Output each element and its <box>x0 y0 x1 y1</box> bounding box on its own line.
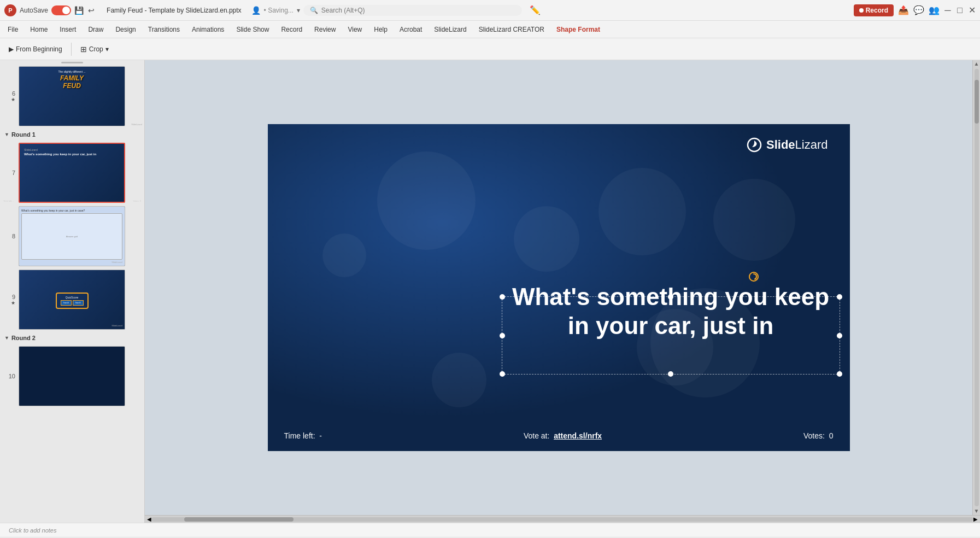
share-icon[interactable]: 📤 <box>898 5 909 15</box>
menu-slidelizard-creator[interactable]: SlideLizard CREATOR <box>473 24 550 36</box>
from-beginning-button[interactable]: ▶ From Beginning <box>4 43 67 55</box>
scroll-up-area[interactable] <box>0 60 144 65</box>
maximize-button[interactable]: □ <box>956 7 964 14</box>
canvas-area: SlideLizard <box>145 60 980 523</box>
time-left: Time left: - <box>284 431 322 440</box>
slide-item-6[interactable]: 6 ★ The slightly different ... FAMILYFEU… <box>0 65 144 128</box>
search-box[interactable]: 🔍 <box>303 5 522 16</box>
section-label-round1: Round 1 <box>11 131 36 138</box>
menu-design[interactable]: Design <box>110 24 141 36</box>
menu-help[interactable]: Help <box>368 24 393 36</box>
hscroll-right-arrow[interactable]: ▶ <box>973 516 978 522</box>
menu-insert[interactable]: Insert <box>54 24 81 36</box>
bottom-area: Click to add notes Slide 7 of 24 ♿ Acces… <box>0 523 980 538</box>
toolbar: ▶ From Beginning ⊞ Crop ▾ <box>0 38 980 60</box>
menu-review[interactable]: Review <box>309 24 341 36</box>
slide-thumb-10[interactable] <box>19 346 125 406</box>
menu-acrobat[interactable]: Acrobat <box>394 24 427 36</box>
section-header-round1[interactable]: ▼ Round 1 <box>0 128 144 141</box>
rotate-handle[interactable] <box>749 272 759 282</box>
record-button-top[interactable]: Record <box>854 4 894 16</box>
slide-number-7: 7 <box>7 169 15 176</box>
handle-br[interactable] <box>837 371 842 377</box>
menu-draw[interactable]: Draw <box>83 24 109 36</box>
rotate-icon <box>750 273 758 280</box>
user-icon[interactable]: 👤 <box>251 6 261 15</box>
slide-star-9: ★ <box>11 300 15 306</box>
saving-text: • Saving... <box>264 7 294 14</box>
vote-at: Vote at: attend.sl/nrfx <box>524 431 602 440</box>
close-button[interactable]: ✕ <box>968 7 976 14</box>
autosave-label: AutoSave <box>20 7 48 14</box>
minimize-button[interactable]: ─ <box>944 7 952 14</box>
search-input[interactable] <box>321 7 515 14</box>
slide-thumb-6[interactable]: The slightly different ... FAMILYFEUD Sl… <box>19 66 125 126</box>
vertical-scrollbar[interactable]: ▲ ▼ <box>972 60 980 515</box>
logo-slide: Slide <box>766 138 795 151</box>
slide-thumb-9[interactable]: QuizScore Team A Team B SlideLizard <box>19 270 125 330</box>
save-icon[interactable]: 💾 <box>74 6 84 15</box>
slide-thumb-7[interactable]: SlideLizard What's something you keep in… <box>19 143 125 203</box>
slide-thumb-8[interactable]: What's something you keep in your car, j… <box>19 206 125 266</box>
bg-circle-7 <box>322 233 366 277</box>
menu-view[interactable]: View <box>342 24 367 36</box>
filename: Family Feud - Template by SlideLizard.en… <box>107 7 242 14</box>
click-to-add-notes[interactable]: Click to add notes <box>9 527 56 534</box>
section-collapse-icon: ▼ <box>4 132 9 137</box>
main-question-text[interactable]: What's something you keep in your car, j… <box>503 283 839 341</box>
window-controls: Record 📤 💬 👥 ─ □ ✕ <box>854 4 976 16</box>
vscroll-track[interactable] <box>975 69 979 506</box>
handle-bm[interactable] <box>668 371 673 377</box>
slidelizard-logo-icon <box>747 137 762 153</box>
hscroll-left-arrow[interactable]: ◀ <box>147 516 151 522</box>
collab-icon[interactable]: 👥 <box>929 5 940 15</box>
menu-record[interactable]: Record <box>275 24 308 36</box>
undo-icon[interactable]: ↩ <box>88 6 95 15</box>
section-header-round2[interactable]: ▼ Round 2 <box>0 331 144 344</box>
autosave-toggle[interactable] <box>51 5 71 15</box>
search-icon: 🔍 <box>310 7 318 14</box>
slide-item-9[interactable]: 9 ★ QuizScore Team A Team B SlideLizard <box>0 268 144 331</box>
titlebar: P AutoSave 💾 ↩ Family Feud - Template by… <box>0 0 980 21</box>
slide-panel: 6 ★ The slightly different ... FAMILYFEU… <box>0 60 145 523</box>
menu-shape-format[interactable]: Shape Format <box>551 24 606 36</box>
slide-item-7[interactable]: 7 SlideLizard What's something you keep … <box>0 141 144 204</box>
slide-number-8: 8 <box>7 233 15 239</box>
crop-dropdown-icon[interactable]: ▾ <box>105 45 109 53</box>
slide-number-6: 6 <box>7 90 15 97</box>
menu-slidelizard[interactable]: SlideLizard <box>429 24 472 36</box>
votes-count: Votes: 0 <box>803 431 834 440</box>
dropdown-icon[interactable]: ▾ <box>297 7 300 14</box>
bg-circle-2 <box>514 206 579 272</box>
menu-file[interactable]: File <box>2 24 24 36</box>
canvas-container: SlideLizard <box>145 60 980 515</box>
bg-circle-4 <box>713 179 795 261</box>
slide-footer: Time left: - Vote at: attend.sl/nrfx Vot… <box>268 431 850 440</box>
scroll-down-arrow[interactable]: ▼ <box>974 508 979 514</box>
menu-transitions[interactable]: Transitions <box>143 24 185 36</box>
handle-bl[interactable] <box>500 371 505 377</box>
slide-star-6: ★ <box>11 97 15 102</box>
menu-home[interactable]: Home <box>25 24 53 36</box>
scroll-up-arrow[interactable]: ▲ <box>974 61 979 67</box>
hscroll-track[interactable] <box>151 517 973 522</box>
slide-item-10[interactable]: 10 <box>0 344 144 408</box>
bg-circle-1 <box>377 151 476 250</box>
menu-slideshow[interactable]: Slide Show <box>231 24 274 36</box>
horizontal-scrollbar[interactable]: ◀ ▶ <box>145 515 980 523</box>
slide-item-8[interactable]: 8 What's something you keep in your car,… <box>0 204 144 268</box>
play-icon: ▶ <box>9 45 14 53</box>
menubar: File Home Insert Draw Design Transitions… <box>0 21 980 38</box>
section-collapse-icon-2: ▼ <box>4 335 9 341</box>
comment-icon[interactable]: 💬 <box>913 5 924 15</box>
vscroll-thumb[interactable] <box>975 80 979 124</box>
pen-icon[interactable]: ✏️ <box>530 5 541 15</box>
slide-canvas[interactable]: SlideLizard <box>268 124 850 451</box>
hscroll-thumb[interactable] <box>184 517 294 522</box>
menu-animations[interactable]: Animations <box>186 24 230 36</box>
logo-lizard: Lizard <box>795 138 828 151</box>
crop-button[interactable]: ⊞ Crop ▾ <box>76 43 113 56</box>
logo-text: SlideLizard <box>766 138 828 152</box>
canvas-wrapper[interactable]: SlideLizard <box>145 60 972 515</box>
slide-number-9: 9 <box>7 294 15 300</box>
